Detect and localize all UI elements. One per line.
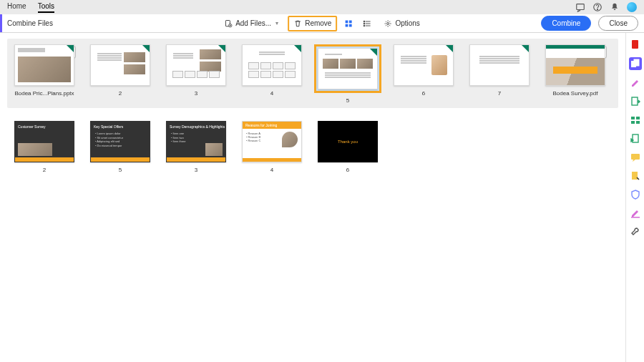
thumbnail-area: Bodea Pric...Plans.pptx 2 3 xyxy=(0,33,625,362)
thumb-caption: 4 xyxy=(270,167,273,173)
list-icon xyxy=(363,19,371,28)
remove-button[interactable]: Remove xyxy=(288,16,337,31)
svg-rect-7 xyxy=(349,20,352,23)
thumb-page-5-selected[interactable]: 5 xyxy=(315,44,381,104)
thumb-r2-2[interactable]: Key Special Offers • Lorem ipsum dolor• … xyxy=(87,121,153,173)
svg-rect-9 xyxy=(349,24,352,26)
svg-rect-23 xyxy=(636,121,640,124)
redact-icon[interactable] xyxy=(630,207,641,219)
svg-rect-20 xyxy=(631,117,635,119)
send-comments-icon[interactable] xyxy=(630,133,641,145)
svg-rect-26 xyxy=(632,172,638,180)
gear-icon xyxy=(384,19,392,28)
thumb-page-6[interactable]: 6 xyxy=(391,44,457,104)
thumb-caption: 5 xyxy=(346,97,349,104)
fill-sign-icon[interactable] xyxy=(630,170,641,182)
svg-rect-19 xyxy=(632,97,638,105)
create-pdf-icon[interactable] xyxy=(630,39,641,50)
tool-indicator xyxy=(0,14,2,32)
slide-title: Thank you xyxy=(338,140,358,144)
thumb-page-3[interactable]: 3 xyxy=(163,44,229,104)
svg-rect-18 xyxy=(634,59,639,66)
svg-rect-0 xyxy=(577,4,585,10)
add-files-label: Add Files... xyxy=(235,19,271,27)
svg-rect-22 xyxy=(631,121,635,124)
combine-button[interactable]: Combine xyxy=(541,16,591,31)
svg-point-12 xyxy=(364,25,366,26)
file-group-2: Customer Survey 2 Key Special Offers • L… xyxy=(7,121,618,173)
svg-rect-8 xyxy=(346,24,348,26)
protect-icon[interactable] xyxy=(630,189,641,200)
thumb-caption: 3 xyxy=(195,167,197,173)
help-icon[interactable] xyxy=(592,2,602,12)
trash-icon xyxy=(293,19,302,28)
thumb-caption: 7 xyxy=(498,90,501,97)
add-files-button[interactable]: Add Files... ▾ xyxy=(219,16,283,31)
svg-point-13 xyxy=(387,22,389,24)
side-panel xyxy=(625,33,644,362)
svg-point-2 xyxy=(597,9,597,10)
slide-title: Customer Survey xyxy=(18,124,46,129)
svg-rect-3 xyxy=(614,9,616,10)
svg-rect-16 xyxy=(632,40,638,49)
add-files-icon xyxy=(224,19,233,28)
svg-point-10 xyxy=(364,21,366,22)
user-avatar[interactable] xyxy=(627,2,637,12)
thumb-page-2[interactable]: 2 xyxy=(87,44,153,104)
tab-tools[interactable]: Tools xyxy=(38,2,54,13)
svg-rect-24 xyxy=(633,134,638,142)
more-tools-icon[interactable] xyxy=(630,226,641,238)
thumb-caption: 6 xyxy=(422,90,425,97)
thumb-r2-4[interactable]: Reasons for Joining • Reason A• Reason B… xyxy=(239,121,305,173)
thumb-caption: 2 xyxy=(43,167,46,173)
organize-icon[interactable] xyxy=(630,114,641,126)
svg-rect-27 xyxy=(631,217,640,218)
thumb-caption: 5 xyxy=(119,167,122,173)
chevron-down-icon: ▾ xyxy=(275,20,278,26)
messages-icon[interactable] xyxy=(575,2,585,12)
thumb-r2-1[interactable]: Customer Survey 2 xyxy=(11,121,77,173)
grid-icon xyxy=(344,19,353,28)
svg-rect-6 xyxy=(346,20,348,23)
tool-title: Combine Files xyxy=(7,19,53,27)
thumb-caption: Bodea Pric...Plans.pptx xyxy=(14,90,74,97)
comment-icon[interactable] xyxy=(630,152,641,163)
close-button[interactable]: Close xyxy=(598,16,638,31)
thumb-caption: Bodea Survey.pdf xyxy=(552,90,597,97)
grid-view-button[interactable] xyxy=(341,16,356,31)
thumb-page-4[interactable]: 4 xyxy=(239,44,305,104)
thumb-caption: 3 xyxy=(195,90,197,97)
thumb-caption: 4 xyxy=(270,90,273,97)
slide-title: Reasons for Joining xyxy=(245,123,287,128)
thumb-caption: 2 xyxy=(119,90,122,97)
thumb-r2-5[interactable]: Thank you 6 xyxy=(315,121,381,173)
svg-point-11 xyxy=(364,23,366,24)
tab-home[interactable]: Home xyxy=(7,2,26,13)
slide-title: Key Special Offers xyxy=(94,124,123,129)
export-pdf-icon[interactable] xyxy=(630,96,641,107)
thumb-page-7[interactable]: 7 xyxy=(467,44,532,104)
options-label: Options xyxy=(395,19,419,27)
thumb-r2-3[interactable]: Survey Demographics & Highlights • Item … xyxy=(163,121,229,173)
thumb-file1[interactable]: Bodea Pric...Plans.pptx xyxy=(11,44,77,104)
remove-label: Remove xyxy=(305,19,331,27)
edit-pdf-icon[interactable] xyxy=(630,77,641,89)
thumb-file2[interactable]: Bodea Survey.pdf xyxy=(542,44,608,104)
options-button[interactable]: Options xyxy=(379,16,424,31)
thumb-caption: 6 xyxy=(346,167,349,173)
combine-icon[interactable] xyxy=(629,57,642,70)
list-view-button[interactable] xyxy=(360,16,374,31)
file-group-1: Bodea Pric...Plans.pptx 2 3 xyxy=(7,39,618,108)
toolbar: Combine Files Add Files... ▾ Remove Opti… xyxy=(0,14,644,33)
menu-bar: Home Tools xyxy=(0,0,644,14)
bell-icon[interactable] xyxy=(610,2,620,12)
slide-title: Survey Demographics & Highlights xyxy=(170,124,225,129)
svg-rect-25 xyxy=(631,154,640,160)
svg-rect-21 xyxy=(636,117,640,119)
